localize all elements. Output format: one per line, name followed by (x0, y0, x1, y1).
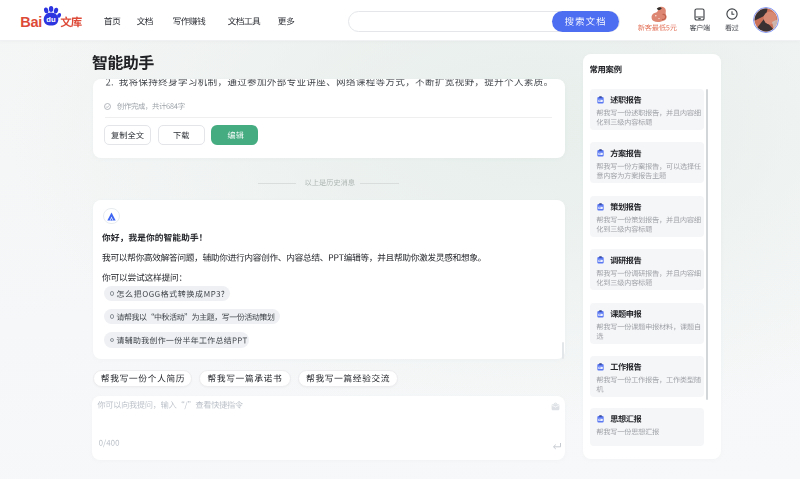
svg-text:du: du (46, 14, 56, 23)
